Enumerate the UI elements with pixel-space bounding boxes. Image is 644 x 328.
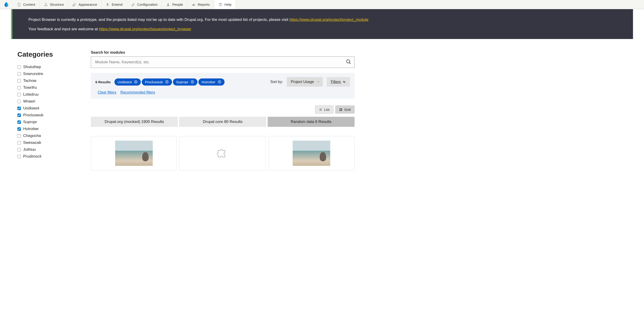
search-icon[interactable] — [346, 59, 351, 65]
svg-rect-6 — [194, 4, 195, 6]
chip-label: Hutrotiwr — [202, 80, 215, 84]
sort-select[interactable]: Project Usage — [287, 77, 323, 87]
chip-remove-button[interactable] — [218, 80, 221, 84]
category-checkbox[interactable] — [18, 100, 21, 103]
source-tab[interactable]: Random data 6 Results — [268, 117, 354, 127]
nav-configuration[interactable]: Configuration — [127, 0, 162, 9]
svg-rect-4 — [192, 4, 193, 6]
search-input[interactable] — [91, 56, 354, 68]
category-label: Swesacab — [23, 140, 41, 145]
list-icon — [319, 108, 322, 111]
category-item[interactable]: Swesacab — [18, 140, 77, 145]
category-item[interactable]: Wrawri — [18, 99, 77, 104]
status-message: Project Browser is currently a prototype… — [11, 9, 633, 39]
svg-rect-17 — [340, 110, 340, 111]
nav-content[interactable]: Content — [13, 0, 40, 9]
category-checkbox[interactable] — [18, 114, 21, 117]
category-label: Lotedruu — [23, 92, 38, 97]
category-item[interactable]: Chagocha — [18, 134, 77, 138]
categories-heading: Categories — [18, 50, 77, 58]
drupal-logo[interactable] — [0, 0, 13, 9]
category-label: Uodiswot — [23, 106, 39, 110]
file-icon — [17, 3, 21, 6]
project-thumbnail — [115, 140, 153, 166]
category-checkbox[interactable] — [18, 141, 21, 144]
category-checkbox[interactable] — [18, 65, 21, 69]
source-tab[interactable]: Drupal core 80 Results — [179, 117, 266, 127]
svg-point-0 — [46, 3, 46, 4]
svg-rect-16 — [341, 108, 342, 110]
category-item[interactable]: Lotedruu — [18, 92, 77, 97]
sliders-icon — [343, 80, 346, 84]
category-label: Tachow — [23, 78, 36, 83]
category-label: Wrawri — [23, 99, 35, 104]
nav-people[interactable]: People — [162, 0, 187, 9]
category-item[interactable]: Procluswub — [18, 113, 77, 118]
svg-point-14 — [344, 82, 345, 83]
nav-reports[interactable]: Reports — [187, 0, 214, 9]
category-checkbox[interactable] — [18, 155, 21, 158]
structure-icon — [44, 3, 48, 6]
nav-label: Extend — [112, 2, 122, 6]
grid-view-button[interactable]: Grid — [335, 106, 354, 114]
category-label: Towrifru — [23, 85, 37, 90]
category-item[interactable]: Towrifru — [18, 85, 77, 90]
status-link-project-module[interactable]: https://www.drupal.org/project/project_m… — [290, 18, 368, 22]
category-checkbox[interactable] — [18, 79, 21, 82]
category-label: Sowrunotre — [23, 72, 43, 76]
extend-icon — [106, 3, 110, 6]
chip-remove-button[interactable] — [134, 80, 138, 84]
category-checkbox[interactable] — [18, 148, 21, 152]
recommended-filters-link[interactable]: Recommended filters — [120, 90, 155, 94]
status-link-issues[interactable]: https://www.drupal.org/project/issues/pr… — [99, 27, 191, 31]
category-checkbox[interactable] — [18, 86, 21, 90]
filters-label: Filters — [331, 80, 341, 84]
svg-point-8 — [346, 60, 350, 63]
category-item[interactable]: Hutrotiwr — [18, 126, 77, 131]
source-tab[interactable]: Drupal.org (mocked) 1900 Results — [91, 117, 178, 127]
nav-structure[interactable]: Structure — [40, 0, 68, 9]
list-view-button[interactable]: List — [315, 106, 333, 114]
filter-chip: Procluswub — [142, 78, 172, 86]
nav-label: Help — [224, 2, 232, 6]
category-checkbox[interactable] — [18, 72, 21, 76]
category-item[interactable]: Sowrunotre — [18, 72, 77, 76]
nav-label: Reports — [198, 2, 210, 6]
chip-label: Supropr — [176, 80, 188, 84]
sort-value: Project Usage — [291, 80, 314, 84]
svg-rect-5 — [193, 4, 194, 6]
project-card[interactable] — [91, 136, 177, 170]
filter-chip: Hutrotiwr — [198, 78, 224, 86]
category-checkbox[interactable] — [18, 127, 21, 131]
svg-point-13 — [344, 81, 344, 82]
nav-label: Content — [23, 2, 35, 6]
category-checkbox[interactable] — [18, 107, 21, 110]
category-item[interactable]: Shututhep — [18, 65, 77, 69]
chip-remove-button[interactable] — [165, 80, 169, 84]
clear-filters-link[interactable]: Clear filters — [98, 90, 116, 94]
nav-extend[interactable]: Extend — [101, 0, 127, 9]
category-item[interactable]: Supropr — [18, 120, 77, 124]
project-card[interactable] — [180, 136, 266, 170]
svg-point-3 — [168, 3, 169, 4]
category-checkbox[interactable] — [18, 134, 21, 138]
category-item[interactable]: Prudimocli — [18, 154, 77, 159]
category-label: Chagocha — [23, 134, 41, 138]
category-checkbox[interactable] — [18, 120, 21, 124]
categories-sidebar: Categories ShututhepSowrunotreTachowTowr… — [18, 50, 77, 170]
project-card[interactable] — [268, 136, 354, 170]
list-label: List — [324, 108, 329, 112]
nav-label: Structure — [50, 2, 64, 6]
category-label: Prudimocli — [23, 154, 41, 159]
chip-remove-button[interactable] — [190, 80, 194, 84]
category-checkbox[interactable] — [18, 93, 21, 96]
category-item[interactable]: Juthiuu — [18, 147, 77, 152]
nav-label: Configuration — [137, 2, 158, 6]
filters-button[interactable]: Filters — [326, 77, 350, 87]
filter-bar: 6 Results Uodiswot Procluswub Supropr Hu… — [91, 73, 354, 99]
nav-appearance[interactable]: Appearance — [68, 0, 101, 9]
help-icon — [218, 3, 222, 6]
nav-help[interactable]: Help — [214, 0, 236, 9]
category-item[interactable]: Tachow — [18, 78, 77, 83]
category-item[interactable]: Uodiswot — [18, 106, 77, 110]
